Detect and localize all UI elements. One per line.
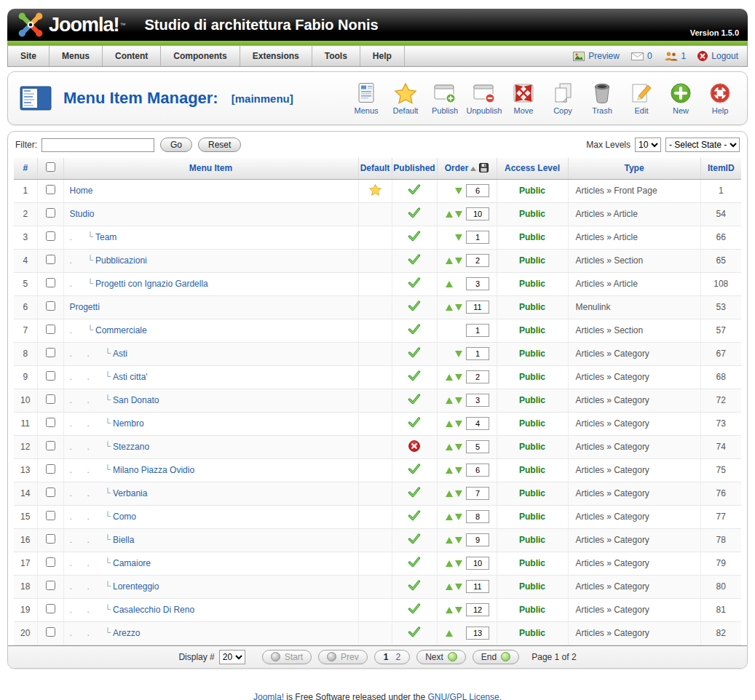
row-checkbox[interactable] (46, 464, 55, 474)
access-level-link[interactable]: Public (519, 605, 545, 615)
pagination-next-button[interactable]: Next (416, 650, 466, 664)
order-down-button[interactable] (455, 304, 462, 311)
order-up-button[interactable] (446, 304, 453, 311)
unpublished-icon[interactable] (408, 440, 420, 454)
pagination-end-button[interactable]: End (473, 650, 519, 664)
published-icon[interactable] (408, 324, 421, 337)
menu-item-link[interactable]: Stezzano (113, 442, 149, 452)
row-checkbox[interactable] (46, 581, 55, 590)
order-down-button[interactable] (455, 467, 462, 474)
pagination-start-button[interactable]: Start (262, 650, 312, 664)
help-button[interactable]: Help (703, 81, 737, 115)
move-button[interactable]: Move (507, 81, 540, 115)
save-order-icon[interactable] (479, 163, 489, 172)
order-input[interactable] (466, 347, 489, 360)
published-icon[interactable] (408, 533, 421, 546)
row-checkbox[interactable] (46, 301, 55, 311)
order-down-button[interactable] (455, 397, 462, 404)
published-icon[interactable] (408, 417, 421, 430)
order-down-button[interactable] (455, 258, 462, 264)
row-checkbox[interactable] (46, 278, 55, 287)
order-input[interactable] (466, 580, 489, 593)
row-checkbox[interactable] (46, 348, 55, 357)
menu-item-tools[interactable]: Tools (312, 46, 360, 66)
access-level-link[interactable]: Public (519, 418, 545, 429)
published-icon[interactable] (408, 184, 421, 197)
menu-item-help[interactable]: Help (360, 46, 405, 66)
row-checkbox[interactable] (46, 511, 55, 520)
order-up-button[interactable] (446, 607, 453, 613)
order-up-button[interactable] (446, 560, 453, 567)
order-input[interactable] (466, 394, 489, 407)
published-icon[interactable] (408, 487, 421, 500)
filter-go-button[interactable]: Go (160, 138, 192, 152)
row-checkbox[interactable] (46, 534, 55, 544)
row-checkbox[interactable] (46, 557, 55, 567)
row-checkbox[interactable] (46, 418, 55, 427)
trash-button[interactable]: Trash (585, 81, 619, 115)
row-checkbox[interactable] (46, 208, 55, 218)
menu-item-link[interactable]: Milano Piazza Ovidio (113, 465, 194, 475)
order-up-button[interactable] (446, 281, 453, 287)
menu-item-link[interactable]: Studio (70, 209, 95, 219)
unpublish-button[interactable]: Unpublish (467, 81, 501, 115)
column-header-type[interactable]: Type (568, 158, 700, 179)
order-input[interactable] (466, 324, 489, 337)
row-checkbox[interactable] (46, 441, 55, 450)
order-input[interactable] (466, 464, 489, 477)
order-up-button[interactable] (446, 421, 453, 427)
publish-button[interactable]: Publish (428, 81, 462, 115)
order-input[interactable] (466, 603, 489, 616)
access-level-link[interactable]: Public (519, 302, 545, 312)
menu-item-link[interactable]: San Donato (113, 395, 159, 405)
order-input[interactable] (466, 417, 489, 430)
order-input[interactable] (466, 231, 489, 244)
menu-item-link[interactable]: Casalecchio Di Reno (113, 605, 194, 615)
order-input[interactable] (466, 557, 489, 570)
row-checkbox[interactable] (46, 627, 55, 637)
state-select[interactable]: - Select State - (665, 138, 740, 152)
menu-item-link[interactable]: Arezzo (113, 628, 140, 638)
order-up-button[interactable] (446, 444, 453, 450)
published-icon[interactable] (408, 277, 421, 290)
order-down-button[interactable] (455, 211, 462, 218)
order-input[interactable] (466, 184, 489, 197)
filter-input[interactable] (41, 138, 154, 152)
published-icon[interactable] (408, 464, 421, 477)
menu-item-link[interactable]: Camaiore (113, 558, 151, 568)
edit-button[interactable]: Edit (625, 81, 658, 115)
published-icon[interactable] (408, 603, 421, 616)
access-level-link[interactable]: Public (519, 395, 545, 405)
order-input[interactable] (466, 301, 489, 314)
published-icon[interactable] (408, 510, 421, 523)
order-up-button[interactable] (446, 514, 453, 520)
access-level-link[interactable]: Public (519, 325, 545, 335)
joomla-footer-link[interactable]: Joomla! (253, 692, 284, 700)
order-down-button[interactable] (455, 514, 462, 520)
menu-item-link[interactable]: Progetti con Ignazio Gardella (95, 279, 208, 289)
order-up-button[interactable] (446, 397, 453, 404)
order-down-button[interactable] (455, 444, 462, 450)
pagination-page-link[interactable]: 2 (395, 652, 400, 662)
row-checkbox[interactable] (46, 325, 55, 334)
order-down-button[interactable] (455, 421, 462, 427)
copy-button[interactable]: Copy (546, 81, 580, 115)
column-header-default[interactable]: Default (358, 158, 392, 179)
access-level-link[interactable]: Public (519, 442, 545, 452)
published-icon[interactable] (408, 557, 421, 570)
column-header-itemid[interactable]: ItemID (700, 158, 741, 179)
gnu-gpl-link[interactable]: GNU/GPL License. (427, 692, 502, 700)
row-checkbox[interactable] (46, 371, 55, 381)
menu-item-link[interactable]: Team (95, 232, 116, 242)
published-icon[interactable] (408, 627, 421, 640)
order-input[interactable] (466, 627, 489, 640)
order-up-button[interactable] (446, 584, 453, 590)
order-down-button[interactable] (455, 560, 462, 567)
logout-link[interactable]: Logout (697, 51, 738, 61)
order-up-button[interactable] (446, 630, 453, 637)
published-icon[interactable] (408, 254, 421, 267)
menu-item-link[interactable]: Home (70, 186, 93, 196)
max-levels-select[interactable]: 10 (635, 138, 661, 152)
menu-item-menus[interactable]: Menus (50, 46, 103, 66)
menu-item-link[interactable]: Progetti (70, 302, 100, 312)
